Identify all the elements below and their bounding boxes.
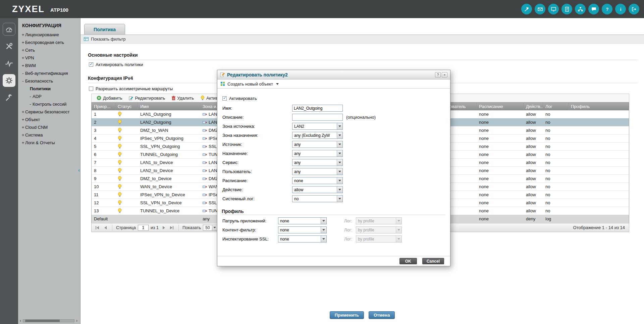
securereporter-icon[interactable] bbox=[521, 4, 532, 14]
dashboard-icon[interactable] bbox=[3, 23, 15, 36]
sidebar-item[interactable]: +Сервисы безопасност bbox=[18, 108, 80, 116]
status-bulb-icon bbox=[118, 200, 122, 205]
forum-icon[interactable] bbox=[588, 4, 599, 14]
prev-page-button[interactable] bbox=[102, 225, 108, 230]
main-cancel-button[interactable]: Отмена bbox=[369, 311, 395, 319]
destination-zone-select[interactable]: any (Excluding ZyW bbox=[292, 132, 343, 139]
tree-toggle-icon[interactable]: - bbox=[28, 100, 33, 108]
tree-toggle-icon[interactable]: + bbox=[21, 123, 25, 131]
action-select[interactable]: allow bbox=[292, 186, 343, 193]
add-button[interactable]: Добавить bbox=[94, 94, 125, 102]
destination-select[interactable]: any bbox=[292, 150, 343, 157]
tree-toggle-icon[interactable]: + bbox=[21, 139, 25, 147]
create-object-menu[interactable]: Создать новый объект bbox=[217, 79, 450, 89]
dialog-cancel-button[interactable]: Cancel bbox=[422, 258, 444, 264]
filter-bar[interactable]: Показать фильтр bbox=[80, 35, 644, 44]
scrollbar-track[interactable] bbox=[23, 319, 74, 322]
sidebar-item[interactable]: +VPN bbox=[18, 54, 80, 62]
logout-icon[interactable] bbox=[629, 4, 639, 14]
field-label: Описание: bbox=[222, 115, 292, 120]
description-field[interactable] bbox=[292, 114, 343, 121]
first-page-button[interactable] bbox=[94, 225, 100, 230]
sidebar-item[interactable]: -Веб-аутентификация bbox=[18, 69, 80, 77]
enable-policies-checkbox[interactable]: Активировать политики bbox=[89, 62, 143, 67]
sidebar-item[interactable]: Политики bbox=[18, 85, 80, 93]
sidebar-collapse-handle[interactable]: ‹ bbox=[78, 167, 80, 173]
tree-toggle-icon[interactable]: + bbox=[21, 31, 25, 39]
page-size-select[interactable]: 50 bbox=[203, 225, 217, 231]
sidebar-item[interactable]: +Cloud CNM bbox=[18, 123, 80, 131]
tree-toggle-icon[interactable]: + bbox=[21, 62, 25, 69]
dialog-help-button[interactable]: ? bbox=[435, 72, 441, 77]
monitor-icon[interactable] bbox=[3, 57, 15, 70]
select-arrow-icon bbox=[337, 186, 342, 193]
scrollbar-thumb[interactable] bbox=[25, 320, 60, 322]
setup-wizard-icon[interactable] bbox=[3, 40, 15, 53]
scroll-left-icon[interactable]: ‹ bbox=[19, 319, 22, 323]
tree-toggle-icon[interactable]: + bbox=[21, 116, 25, 123]
column-header[interactable]: Расписание bbox=[477, 103, 524, 110]
sidebar-item[interactable]: +Сеть bbox=[18, 46, 80, 54]
tree-toggle-icon[interactable]: + bbox=[21, 131, 25, 139]
about-icon[interactable]: i bbox=[615, 4, 626, 14]
ssl-inspection-select[interactable]: none bbox=[278, 235, 327, 242]
tree-toggle-icon[interactable]: + bbox=[21, 54, 25, 62]
maintenance-icon[interactable] bbox=[3, 91, 15, 104]
select-arrow-icon bbox=[396, 227, 401, 233]
content-filter-select[interactable]: none bbox=[278, 226, 327, 233]
console-icon[interactable] bbox=[548, 4, 559, 14]
syslog-select[interactable]: no bbox=[292, 195, 343, 202]
tab-policy[interactable]: Политика bbox=[84, 24, 125, 35]
source-select[interactable]: any bbox=[292, 141, 343, 148]
checkbox-checked-icon[interactable] bbox=[222, 96, 227, 101]
next-page-button[interactable] bbox=[161, 225, 167, 230]
tree-toggle-icon[interactable]: + bbox=[21, 39, 25, 46]
column-header[interactable]: Имя bbox=[138, 103, 200, 110]
configuration-icon[interactable] bbox=[3, 74, 15, 87]
feedback-icon[interactable] bbox=[535, 4, 545, 14]
dialog-titlebar[interactable]: Редактировать политику2 ? × bbox=[217, 70, 450, 79]
sidebar-item[interactable]: -Безопасность bbox=[18, 77, 80, 85]
site-map-icon[interactable] bbox=[575, 4, 586, 14]
name-field[interactable] bbox=[292, 105, 343, 112]
column-header[interactable]: Статус bbox=[115, 103, 138, 110]
help-icon[interactable]: ? bbox=[602, 4, 612, 14]
checkbox-unchecked-icon[interactable] bbox=[89, 87, 93, 91]
apply-button[interactable]: Применить bbox=[330, 311, 364, 319]
sidebar-item[interactable]: +Беспроводная сеть bbox=[18, 39, 80, 46]
schedule-select[interactable]: none bbox=[292, 177, 343, 184]
sidebar-item[interactable]: -ADP bbox=[18, 93, 80, 100]
scroll-right-icon[interactable]: › bbox=[75, 319, 78, 323]
column-header[interactable]: Действ... bbox=[524, 103, 543, 110]
asymmetric-routes-checkbox[interactable]: Разрешить ассиметричные маршруты bbox=[89, 86, 173, 91]
app-patrol-select[interactable]: none bbox=[278, 217, 327, 224]
tree-toggle-icon[interactable]: - bbox=[28, 93, 33, 100]
user-select[interactable]: any bbox=[292, 168, 343, 175]
sidebar-item[interactable]: -Контроль сессий bbox=[18, 100, 80, 108]
sidebar-item[interactable]: +Логи & Отчеты bbox=[18, 139, 80, 147]
column-header[interactable]: Лог bbox=[543, 103, 569, 110]
delete-button[interactable]: Удалить bbox=[169, 94, 197, 102]
column-header[interactable]: Приор... bbox=[92, 103, 115, 110]
page-input[interactable] bbox=[138, 225, 149, 231]
edit-button[interactable]: Редактировать bbox=[126, 94, 168, 102]
checkbox-checked-icon[interactable] bbox=[89, 62, 93, 67]
sidebar-scrollbar[interactable]: ‹ › bbox=[19, 319, 78, 323]
sidebar-item-label: Веб-аутентификация bbox=[25, 69, 68, 77]
sidebar-item[interactable]: +Система bbox=[18, 131, 80, 139]
sidebar-item[interactable]: +Лицензирование bbox=[18, 31, 80, 39]
dialog-close-button[interactable]: × bbox=[442, 72, 447, 77]
tree-toggle-icon[interactable]: - bbox=[21, 69, 25, 77]
tree-toggle-icon[interactable]: + bbox=[21, 108, 25, 116]
reference-guide-icon[interactable] bbox=[561, 4, 572, 14]
service-select[interactable]: any bbox=[292, 159, 343, 166]
sidebar-item[interactable]: +Объект bbox=[18, 116, 80, 123]
tree-toggle-icon[interactable]: + bbox=[21, 46, 25, 54]
dialog-enable-checkbox[interactable]: Активировать bbox=[222, 96, 450, 101]
source-zone-select[interactable]: LAN2 bbox=[292, 123, 343, 130]
tree-toggle-icon[interactable]: - bbox=[21, 77, 25, 85]
ok-button[interactable]: OK bbox=[399, 258, 417, 264]
last-page-button[interactable] bbox=[169, 225, 175, 230]
sidebar-item[interactable]: +BWM bbox=[18, 62, 80, 69]
column-header[interactable]: Профиль bbox=[569, 103, 629, 110]
